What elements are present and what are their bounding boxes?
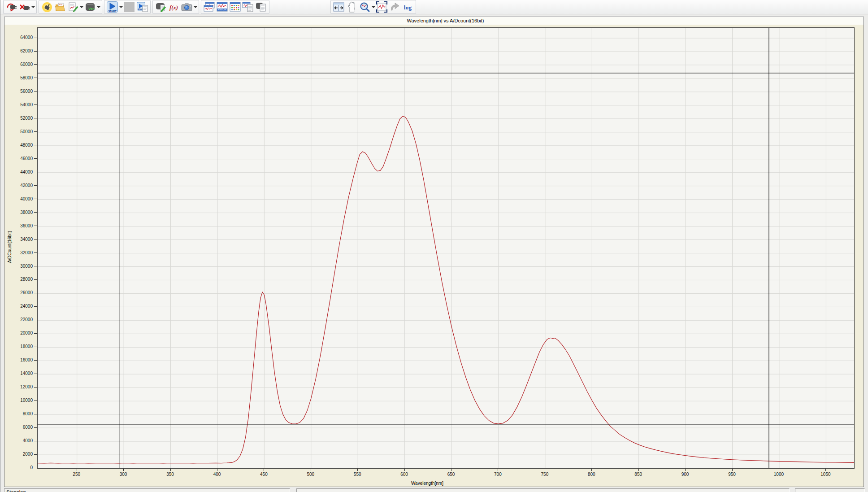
capture-dropdown-icon[interactable] [193,1,197,13]
save-dropdown-icon[interactable] [79,1,83,13]
x-tick-mark [685,469,686,471]
y-tick-label: 4000 [4,438,33,443]
y-tick-mark [34,454,37,455]
open-file-icon[interactable] [54,1,66,13]
y-tick-label: 62000 [4,48,33,53]
y-tick-mark [34,374,37,374]
y-tick-label: 58000 [4,75,33,80]
y-tick-label: 44000 [4,170,33,174]
capture-icon[interactable] [181,1,193,13]
y-tick-mark [34,145,37,145]
toolbar-group-measure: START START [104,0,151,14]
status-panel-tertiary [795,488,865,492]
x-tick-label: 850 [627,472,650,477]
y-tick-mark [34,468,37,468]
toolbar: Ver. START [0,0,868,14]
x-tick-label: 250 [65,472,88,477]
log-label: log [404,4,412,11]
x-tick-label: 1050 [814,472,837,477]
x-tick-mark [123,469,124,471]
start-measure-icon[interactable]: START [106,1,118,13]
pan-hand-icon[interactable] [346,1,358,13]
y-tick-mark [34,51,37,52]
y-tick-mark [34,306,37,307]
y-tick-label: 16000 [4,357,33,362]
x-tick-label: 700 [486,472,509,477]
toolbar-group-file: Ver. [39,0,102,14]
stop-measure-icon[interactable] [123,1,135,13]
y-tick-label: 14000 [4,371,33,376]
start-dropdown-icon[interactable] [119,1,123,13]
x-tick-mark [825,469,826,471]
y-tick-label: 54000 [4,102,33,107]
y-tick-mark [34,320,37,320]
y-tick-label: 40000 [4,196,33,201]
graph-window-alt-icon[interactable] [216,1,228,13]
copy-graph-icon[interactable] [242,1,254,13]
y-tick-label: 30000 [4,264,33,269]
data-table-icon[interactable] [229,1,241,13]
y-tick-mark [34,226,37,226]
y-tick-label: 28000 [4,277,33,282]
y-tick-mark [34,185,37,186]
y-axis-title: A/DCount(16bit) [7,227,12,267]
x-scale-icon[interactable] [333,1,345,13]
spectrum-plot-svg[interactable] [38,28,854,468]
y-tick-mark [34,239,37,239]
y-tick-mark [34,414,37,414]
toolbar-group-connection [3,0,37,14]
copy-page-icon[interactable] [255,1,267,13]
x-tick-mark [545,469,545,471]
y-tick-mark [34,253,37,253]
y-tick-mark [34,347,37,347]
graph-window-icon[interactable] [203,1,215,13]
start-label: START [108,10,117,13]
connect-icon[interactable] [5,1,17,13]
chart-panel: Wavelength[nm] vs A/Dcount(16bit) A/DCou… [4,17,864,487]
zoom-dropdown-icon[interactable] [371,1,375,13]
zoom-magnifier-icon[interactable] [359,1,371,13]
version-info-icon[interactable]: Ver. [84,1,96,13]
x-tick-label: 950 [721,472,743,477]
x-tick-mark [170,469,171,471]
spectrum-curve [38,116,854,463]
save-evaluation-icon[interactable] [67,1,79,13]
y-tick-label: 8000 [4,411,33,416]
y-tick-mark [34,333,37,334]
plot-area[interactable] [37,27,855,469]
y-tick-mark [34,212,37,213]
status-panel-message: Stopping [4,488,290,492]
start-and-save-icon[interactable]: START [136,1,148,13]
status-text: Stopping [6,489,26,492]
toolbar-spacer [271,7,330,7]
undo-icon[interactable] [389,1,401,13]
y-tick-mark [34,131,37,132]
y-tick-mark [34,360,37,361]
initialize-device-icon[interactable] [41,1,53,13]
cursor-markers[interactable] [38,28,854,468]
y-tick-mark [34,427,37,428]
disconnect-dropdown-icon[interactable] [31,1,35,13]
x-tick-label: 750 [534,472,556,477]
y-tick-mark [34,78,37,78]
version-dropdown-icon[interactable] [96,1,100,13]
y-tick-label: 12000 [4,384,33,389]
log-scale-icon[interactable]: log [402,1,414,13]
x-tick-label: 600 [393,472,416,477]
function-icon[interactable]: f(x) [168,1,180,13]
y-tick-label: 38000 [4,210,33,215]
y-tick-label: 26000 [4,290,33,295]
x-tick-mark [217,469,217,471]
y-tick-label: 32000 [4,250,33,255]
y-tick-label: 10000 [4,398,33,403]
y-tick-mark [34,387,37,388]
toolbar-group-view: log [330,0,416,14]
y-tick-mark [34,118,37,118]
memo-edit-icon[interactable] [155,1,167,13]
full-scale-icon[interactable] [376,1,388,13]
y-tick-mark [34,401,37,401]
status-panel-secondary [296,488,790,492]
disconnect-icon[interactable] [18,1,30,13]
x-tick-mark [591,469,592,471]
toolbar-group-windows [201,0,269,14]
